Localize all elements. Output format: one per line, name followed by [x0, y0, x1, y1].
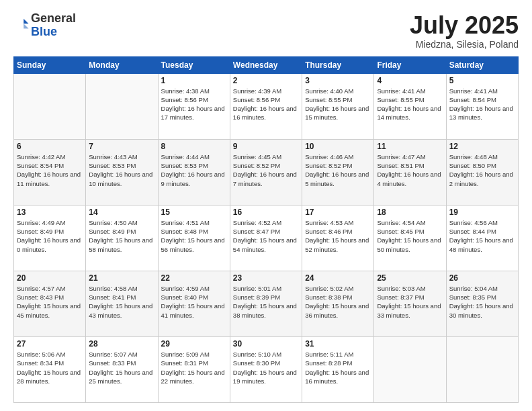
day-cell: 12Sunrise: 4:48 AM Sunset: 8:50 PM Dayli… — [446, 139, 518, 205]
day-cell: 1Sunrise: 4:38 AM Sunset: 8:56 PM Daylig… — [158, 73, 230, 139]
day-info: Sunrise: 4:59 AM Sunset: 8:40 PM Dayligh… — [161, 284, 227, 320]
day-info: Sunrise: 4:49 AM Sunset: 8:49 PM Dayligh… — [17, 218, 83, 254]
day-cell: 26Sunrise: 5:04 AM Sunset: 8:35 PM Dayli… — [446, 271, 518, 336]
day-cell: 21Sunrise: 4:58 AM Sunset: 8:41 PM Dayli… — [86, 271, 158, 336]
day-cell: 10Sunrise: 4:46 AM Sunset: 8:52 PM Dayli… — [302, 139, 374, 205]
calendar-body: 1Sunrise: 4:38 AM Sunset: 8:56 PM Daylig… — [14, 73, 519, 402]
day-info: Sunrise: 5:01 AM Sunset: 8:39 PM Dayligh… — [233, 284, 299, 320]
logo: General Blue — [13, 12, 76, 39]
weekday-wednesday: Wednesday — [230, 56, 302, 73]
day-info: Sunrise: 4:51 AM Sunset: 8:48 PM Dayligh… — [161, 218, 227, 254]
day-number: 30 — [233, 339, 299, 349]
day-cell: 15Sunrise: 4:51 AM Sunset: 8:48 PM Dayli… — [158, 205, 230, 271]
weekday-saturday: Saturday — [446, 56, 518, 73]
day-cell: 19Sunrise: 4:56 AM Sunset: 8:44 PM Dayli… — [446, 205, 518, 271]
day-info: Sunrise: 4:58 AM Sunset: 8:41 PM Dayligh… — [89, 284, 154, 320]
day-number: 26 — [449, 273, 515, 283]
day-cell: 9Sunrise: 4:45 AM Sunset: 8:52 PM Daylig… — [230, 139, 302, 205]
day-number: 22 — [161, 273, 227, 283]
day-cell: 25Sunrise: 5:03 AM Sunset: 8:37 PM Dayli… — [374, 271, 446, 336]
day-number: 20 — [17, 273, 83, 283]
day-number: 28 — [89, 339, 154, 349]
day-info: Sunrise: 4:53 AM Sunset: 8:46 PM Dayligh… — [305, 218, 371, 254]
day-info: Sunrise: 4:46 AM Sunset: 8:52 PM Dayligh… — [305, 152, 371, 188]
week-row-2: 6Sunrise: 4:42 AM Sunset: 8:54 PM Daylig… — [14, 139, 519, 205]
title-block: July 2025 Miedzna, Silesia, Poland — [410, 12, 519, 50]
logo-text: General Blue — [31, 12, 76, 39]
day-info: Sunrise: 5:03 AM Sunset: 8:37 PM Dayligh… — [377, 284, 443, 320]
day-cell: 31Sunrise: 5:11 AM Sunset: 8:28 PM Dayli… — [302, 336, 374, 402]
day-cell — [14, 73, 86, 139]
day-number: 9 — [233, 142, 299, 151]
day-info: Sunrise: 5:11 AM Sunset: 8:28 PM Dayligh… — [305, 350, 371, 385]
day-cell: 28Sunrise: 5:07 AM Sunset: 8:33 PM Dayli… — [86, 336, 158, 402]
day-number: 15 — [161, 208, 227, 217]
svg-marker-1 — [24, 24, 28, 28]
day-number: 25 — [377, 273, 443, 283]
day-number: 13 — [17, 208, 83, 217]
day-info: Sunrise: 4:50 AM Sunset: 8:49 PM Dayligh… — [89, 218, 154, 254]
day-number: 18 — [377, 208, 443, 217]
day-cell: 4Sunrise: 4:41 AM Sunset: 8:55 PM Daylig… — [374, 73, 446, 139]
day-number: 12 — [449, 142, 515, 151]
day-number: 14 — [89, 208, 154, 217]
day-info: Sunrise: 4:48 AM Sunset: 8:50 PM Dayligh… — [449, 152, 515, 188]
day-cell: 22Sunrise: 4:59 AM Sunset: 8:40 PM Dayli… — [158, 271, 230, 336]
svg-marker-0 — [24, 19, 28, 24]
header: General Blue July 2025 Miedzna, Silesia,… — [13, 12, 519, 50]
day-number: 17 — [305, 208, 371, 217]
week-row-5: 27Sunrise: 5:06 AM Sunset: 8:34 PM Dayli… — [14, 336, 519, 402]
day-number: 1 — [161, 76, 227, 85]
day-number: 2 — [233, 76, 299, 85]
day-cell: 17Sunrise: 4:53 AM Sunset: 8:46 PM Dayli… — [302, 205, 374, 271]
day-cell: 14Sunrise: 4:50 AM Sunset: 8:49 PM Dayli… — [86, 205, 158, 271]
day-number: 24 — [305, 273, 371, 283]
weekday-monday: Monday — [86, 56, 158, 73]
logo-icon — [15, 17, 30, 32]
day-number: 11 — [377, 142, 443, 151]
day-number: 19 — [449, 208, 515, 217]
day-info: Sunrise: 4:52 AM Sunset: 8:47 PM Dayligh… — [233, 218, 299, 254]
day-number: 8 — [161, 142, 227, 151]
day-number: 7 — [89, 142, 154, 151]
day-number: 27 — [17, 339, 83, 349]
day-info: Sunrise: 4:41 AM Sunset: 8:55 PM Dayligh… — [377, 87, 443, 122]
day-cell — [446, 336, 518, 402]
day-info: Sunrise: 4:40 AM Sunset: 8:55 PM Dayligh… — [305, 87, 371, 122]
day-number: 29 — [161, 339, 227, 349]
calendar-header: SundayMondayTuesdayWednesdayThursdayFrid… — [14, 56, 519, 73]
calendar-title: July 2025 — [410, 12, 519, 39]
day-info: Sunrise: 5:06 AM Sunset: 8:34 PM Dayligh… — [17, 350, 83, 385]
day-number: 21 — [89, 273, 154, 283]
day-number: 5 — [449, 76, 515, 85]
day-info: Sunrise: 5:07 AM Sunset: 8:33 PM Dayligh… — [89, 350, 154, 385]
day-number: 3 — [305, 76, 371, 85]
day-info: Sunrise: 4:47 AM Sunset: 8:51 PM Dayligh… — [377, 152, 443, 188]
day-number: 23 — [233, 273, 299, 283]
day-info: Sunrise: 4:42 AM Sunset: 8:54 PM Dayligh… — [17, 152, 83, 188]
day-cell: 6Sunrise: 4:42 AM Sunset: 8:54 PM Daylig… — [14, 139, 86, 205]
day-info: Sunrise: 4:44 AM Sunset: 8:53 PM Dayligh… — [161, 152, 227, 188]
day-number: 31 — [305, 339, 371, 349]
day-info: Sunrise: 4:45 AM Sunset: 8:52 PM Dayligh… — [233, 152, 299, 188]
week-row-3: 13Sunrise: 4:49 AM Sunset: 8:49 PM Dayli… — [14, 205, 519, 271]
weekday-sunday: Sunday — [14, 56, 86, 73]
logo-general: General — [31, 11, 76, 25]
calendar-location: Miedzna, Silesia, Poland — [410, 39, 519, 50]
day-info: Sunrise: 5:09 AM Sunset: 8:31 PM Dayligh… — [161, 350, 227, 385]
week-row-4: 20Sunrise: 4:57 AM Sunset: 8:43 PM Dayli… — [14, 271, 519, 336]
day-cell — [86, 73, 158, 139]
day-info: Sunrise: 4:38 AM Sunset: 8:56 PM Dayligh… — [161, 87, 227, 122]
day-number: 16 — [233, 208, 299, 217]
day-info: Sunrise: 4:57 AM Sunset: 8:43 PM Dayligh… — [17, 284, 83, 320]
day-info: Sunrise: 4:56 AM Sunset: 8:44 PM Dayligh… — [449, 218, 515, 254]
day-info: Sunrise: 4:54 AM Sunset: 8:45 PM Dayligh… — [377, 218, 443, 254]
day-number: 10 — [305, 142, 371, 151]
day-cell: 7Sunrise: 4:43 AM Sunset: 8:53 PM Daylig… — [86, 139, 158, 205]
day-cell: 23Sunrise: 5:01 AM Sunset: 8:39 PM Dayli… — [230, 271, 302, 336]
logo-blue: Blue — [31, 25, 57, 38]
day-cell: 3Sunrise: 4:40 AM Sunset: 8:55 PM Daylig… — [302, 73, 374, 139]
day-cell: 2Sunrise: 4:39 AM Sunset: 8:56 PM Daylig… — [230, 73, 302, 139]
day-number: 4 — [377, 76, 443, 85]
day-info: Sunrise: 4:41 AM Sunset: 8:54 PM Dayligh… — [449, 87, 515, 122]
